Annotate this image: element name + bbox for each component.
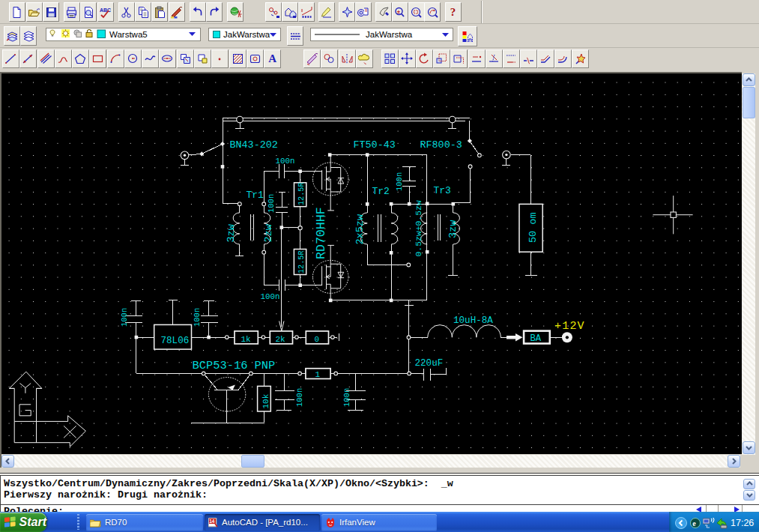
svg-text:10uH-8A: 10uH-8A: [453, 315, 493, 326]
svg-text:0.5zw+0.5zw: 0.5zw+0.5zw: [414, 200, 423, 256]
svg-text:100n: 100n: [295, 388, 304, 407]
svg-text:RD70HHF: RD70HHF: [314, 207, 328, 259]
svg-text:e: e: [692, 519, 696, 528]
svg-text:50 om: 50 om: [527, 212, 539, 243]
svg-text:±: ±: [397, 8, 400, 13]
svg-text:220uF: 220uF: [415, 358, 444, 369]
svg-text:10k: 10k: [261, 393, 270, 408]
svg-text:0: 0: [315, 335, 320, 344]
svg-text:100n: 100n: [276, 157, 295, 166]
svg-text:3zw: 3zw: [447, 220, 459, 238]
svg-text:BCP53-16 PNP: BCP53-16 PNP: [193, 359, 276, 372]
svg-text:Tr2: Tr2: [372, 186, 390, 197]
svg-text:1k: 1k: [241, 335, 252, 344]
svg-text:100n: 100n: [267, 194, 276, 213]
svg-text:14: 14: [209, 519, 215, 524]
svg-text:+12V: +12V: [554, 320, 585, 333]
svg-text:3zw: 3zw: [226, 224, 237, 242]
svg-text:100n: 100n: [395, 172, 404, 191]
svg-text:12.5R: 12.5R: [297, 182, 306, 205]
svg-text:Tr1: Tr1: [247, 190, 264, 201]
svg-text:100n: 100n: [120, 308, 129, 327]
svg-text:12.5R: 12.5R: [297, 250, 306, 273]
svg-text:Warstwa5: Warstwa5: [109, 30, 148, 39]
svg-text:FT50-43: FT50-43: [354, 139, 396, 151]
svg-text:BN43-202: BN43-202: [230, 139, 278, 151]
svg-text:2k: 2k: [276, 335, 286, 344]
svg-text:100n: 100n: [193, 308, 202, 327]
svg-text:2x5zw: 2x5zw: [354, 214, 366, 245]
svg-text:2zw: 2zw: [263, 224, 274, 242]
svg-text:100n: 100n: [342, 388, 351, 407]
svg-text:ABC: ABC: [100, 7, 111, 13]
svg-text:RF800-3: RF800-3: [420, 139, 462, 151]
svg-text:1: 1: [315, 370, 321, 379]
svg-text:Tr3: Tr3: [434, 185, 451, 196]
svg-text:BA: BA: [530, 333, 542, 344]
svg-text:100n: 100n: [261, 292, 280, 301]
svg-text:78L06: 78L06: [161, 336, 190, 346]
